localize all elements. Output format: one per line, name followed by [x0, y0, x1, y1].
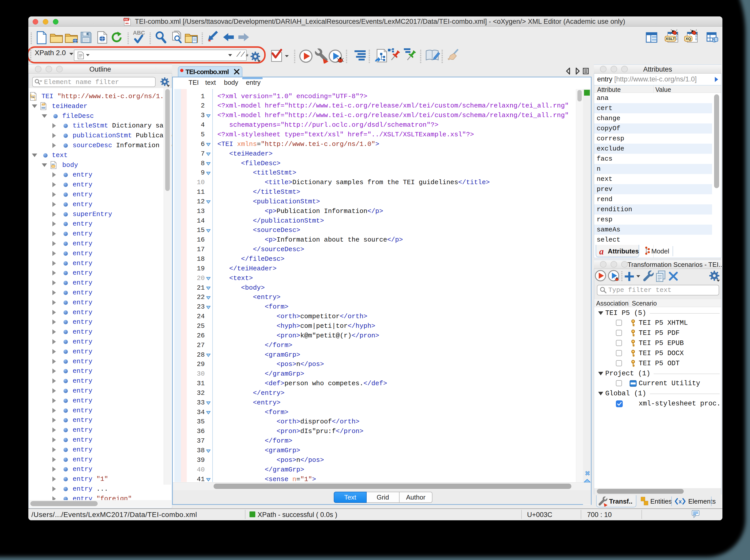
svg-text:XQ: XQ	[686, 36, 691, 41]
svg-text:TEI: TEI	[32, 96, 34, 98]
svg-text:ABC: ABC	[133, 29, 145, 36]
svg-text:‹●›: ‹●›	[125, 21, 129, 25]
svg-text:XML: XML	[124, 18, 129, 21]
svg-text:*: *	[208, 38, 211, 44]
svg-text:XSLT: XSLT	[666, 36, 675, 41]
svg-text:x: x	[679, 498, 682, 505]
